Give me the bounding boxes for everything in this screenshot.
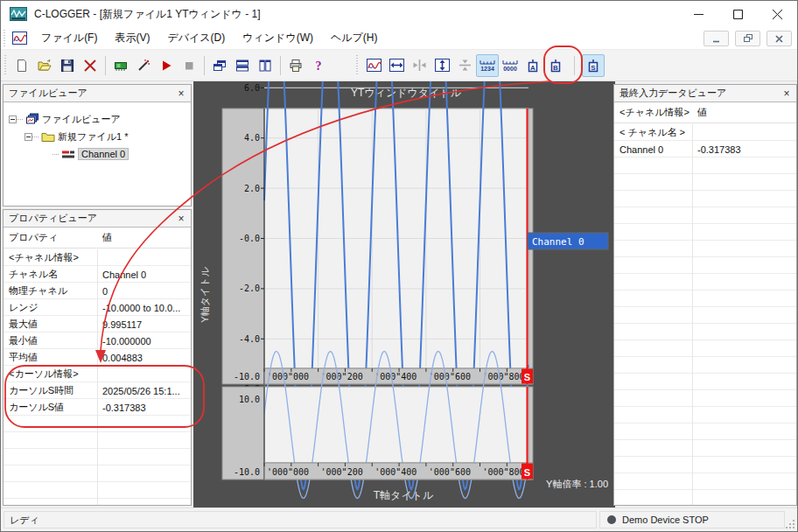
- last-input-grid[interactable]: < チャネル名 > Channel 0-0.317383: [614, 124, 796, 505]
- cascade-windows-button[interactable]: [208, 54, 231, 77]
- new-file-button[interactable]: [10, 54, 33, 77]
- device-status: Demo Device STOP: [599, 511, 785, 528]
- menu-view[interactable]: 表示(V): [106, 27, 158, 49]
- maximize-button[interactable]: [718, 1, 758, 27]
- device-status-dot-icon: [607, 515, 616, 524]
- stop-icon: [182, 59, 196, 73]
- close-button[interactable]: [758, 1, 797, 27]
- setup-wizard-button[interactable]: [132, 54, 155, 77]
- cursor-b-button[interactable]: B: [544, 54, 567, 77]
- svg-text:A: A: [530, 63, 536, 71]
- svg-text:Y軸倍率 : 1.00: Y軸倍率 : 1.00: [546, 479, 608, 489]
- tile-horizontal-button[interactable]: [231, 54, 254, 77]
- file-viewer-panel: ファイルビューア × ファイルビューア 新規ファイル1 * Channel: [3, 84, 192, 206]
- toolbar-grip: [4, 55, 8, 76]
- svg-text:S: S: [524, 372, 530, 382]
- menu-file[interactable]: ファイル(F): [32, 27, 106, 49]
- toolbar-grip: [355, 55, 360, 76]
- expand-y-axis-button[interactable]: [430, 54, 453, 77]
- delete-button[interactable]: [79, 54, 102, 77]
- numeric-scale-display-button[interactable]: 1234: [476, 54, 499, 77]
- menu-window[interactable]: ウィンドウ(W): [234, 27, 322, 49]
- ruler-1234-icon: 1234: [480, 59, 495, 73]
- h-expand-icon: [389, 59, 404, 72]
- mdi-close-button[interactable]: [766, 31, 792, 46]
- table-row[interactable]: < チャネル名 >: [614, 124, 796, 141]
- yt-chart[interactable]: YTウィンドウタイトル10.08.06.04.02.0-0.0-2.0-4.0-…: [193, 81, 615, 508]
- svg-text:'000"800: '000"800: [482, 467, 524, 477]
- file-viewer-header: ファイルビューア ×: [4, 85, 191, 102]
- main-area: ファイルビューア × ファイルビューア 新規ファイル1 * Channel: [1, 81, 797, 508]
- expand-time-axis-button[interactable]: [385, 54, 408, 77]
- app-icon: [10, 7, 27, 21]
- tile-vertical-button[interactable]: [254, 54, 276, 77]
- svg-text:4.0: 4.0: [244, 133, 260, 143]
- cursor-s-button[interactable]: S: [582, 54, 605, 77]
- tree-item-channel[interactable]: Channel 0: [4, 145, 191, 163]
- resize-grip[interactable]: [785, 519, 795, 529]
- file-viewer-close-icon[interactable]: ×: [175, 88, 187, 100]
- yt-chart-area[interactable]: YTウィンドウタイトル10.08.06.04.02.0-0.0-2.0-4.0-…: [193, 81, 615, 508]
- cursor-a-button[interactable]: A: [522, 54, 544, 77]
- start-measurement-button[interactable]: [155, 54, 178, 77]
- new-file-icon: [15, 59, 29, 73]
- svg-text:1234: 1234: [480, 66, 494, 72]
- toolbar-separator: [204, 56, 205, 75]
- cursor-b-icon: B: [549, 59, 563, 73]
- mdi-minimize-button[interactable]: [704, 31, 729, 46]
- column-separator: [97, 249, 98, 505]
- connect-device-button[interactable]: [109, 54, 132, 77]
- cascade-windows-icon: [213, 59, 227, 73]
- column-separator: [692, 124, 693, 505]
- svg-text:-0.0: -0.0: [239, 234, 260, 243]
- menu-help[interactable]: ヘルプ(H): [322, 27, 387, 49]
- tree-item-root[interactable]: ファイルビューア: [4, 110, 191, 128]
- property-viewer-close-icon[interactable]: ×: [175, 213, 187, 225]
- svg-text:T軸タイトル: T軸タイトル: [374, 489, 434, 501]
- svg-text:'000"200: '000"200: [321, 372, 363, 382]
- column-channel-info: <チャネル情報>: [614, 106, 692, 119]
- svg-text:'000"400: '000"400: [374, 372, 416, 382]
- play-icon: [159, 59, 173, 73]
- svg-text:0000: 0000: [503, 66, 517, 72]
- property-viewer-title: プロパティビューア: [9, 212, 97, 225]
- compress-time-axis-button[interactable]: [408, 54, 430, 77]
- last-input-viewer-close-icon[interactable]: ×: [780, 88, 793, 100]
- raw-scale-display-button[interactable]: 0000: [499, 54, 522, 77]
- collapse-icon[interactable]: [9, 116, 17, 123]
- open-file-button[interactable]: [33, 54, 56, 77]
- menu-device[interactable]: デバイス(D): [158, 27, 234, 49]
- collapse-icon[interactable]: [24, 133, 32, 141]
- tree-item-file[interactable]: 新規ファイル1 *: [4, 128, 191, 145]
- channel-waveform-icon: [61, 148, 75, 160]
- status-message: レディ: [4, 511, 597, 528]
- svg-text:'000"000: '000"000: [267, 467, 309, 477]
- svg-text:YTウィンドウタイトル: YTウィンドウタイトル: [351, 87, 462, 99]
- yt-window-button[interactable]: [362, 54, 385, 77]
- svg-text:Y軸タイトル: Y軸タイトル: [200, 267, 210, 323]
- last-input-viewer-title: 最終入力データビューア: [620, 87, 726, 100]
- open-folder-icon: [38, 59, 52, 73]
- svg-text:10.0: 10.0: [239, 395, 260, 404]
- stop-measurement-button[interactable]: [178, 54, 200, 77]
- device-board-icon: [114, 59, 128, 73]
- v-compress-icon: [458, 59, 472, 72]
- column-property: プロパティ: [4, 231, 97, 244]
- compress-y-axis-button[interactable]: [453, 54, 476, 77]
- print-button[interactable]: [284, 54, 307, 77]
- property-grid[interactable]: <チャネル情報> チャネル名Channel 0 物理チャネル0 レンジ-10.0…: [4, 249, 191, 505]
- svg-text:S: S: [524, 467, 530, 478]
- help-button[interactable]: ?: [307, 54, 330, 77]
- table-row[interactable]: Channel 0-0.317383: [614, 141, 796, 158]
- last-input-viewer-panel: 最終入力データビューア × <チャネル情報> 値 < チャネル名 > Chann…: [613, 84, 797, 506]
- mdi-restore-button[interactable]: [735, 31, 760, 46]
- svg-text:'000"600: '000"600: [429, 467, 471, 477]
- svg-text:B: B: [553, 63, 558, 71]
- property-viewer-panel: プロパティビューア × プロパティ 値 <チャネル情報> チャネル名Channe…: [3, 209, 192, 506]
- svg-text:'000"400: '000"400: [374, 467, 416, 477]
- property-viewer-header: プロパティビューア ×: [4, 210, 191, 228]
- title-bar: C-LOGGER - [新規ファイル1 YTウィンドウ - 1]: [1, 1, 797, 27]
- menu-grip: [3, 30, 7, 47]
- minimize-button[interactable]: [679, 1, 718, 27]
- save-file-button[interactable]: [56, 54, 79, 77]
